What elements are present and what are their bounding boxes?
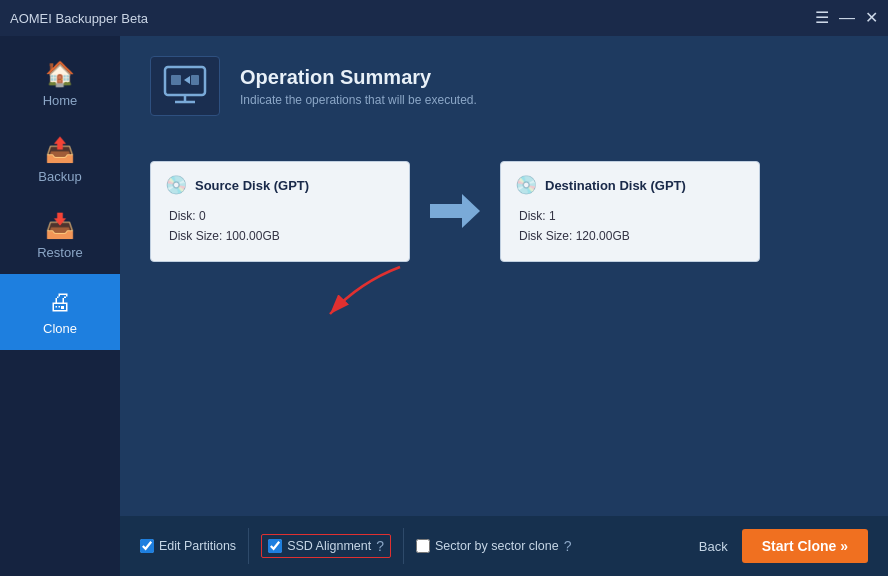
header-icon-box [150,56,220,116]
monitor-clone-icon [161,65,209,107]
app-title: AOMEI Backupper Beta [10,11,148,26]
red-arrow-annotation [300,262,500,322]
menu-icon[interactable]: ☰ [815,10,829,26]
sector-clone-label: Sector by sector clone [435,539,559,553]
sidebar-item-restore-label: Restore [37,245,83,260]
divider-2 [403,528,404,564]
bottom-right: Back Start Clone » [699,529,868,563]
sidebar-item-clone-label: Clone [43,321,77,336]
restore-icon: 📥 [45,212,75,240]
edit-partitions-label: Edit Partitions [159,539,236,553]
ssd-alignment-checkbox[interactable] [268,539,282,553]
svg-rect-3 [171,75,181,85]
svg-marker-4 [184,76,190,84]
destination-disk-icon: 💿 [515,174,537,196]
edit-partitions-option[interactable]: Edit Partitions [140,539,236,553]
title-bar: AOMEI Backupper Beta ☰ — ✕ [0,0,888,36]
main-content: Operation Summary Indicate the operation… [120,36,888,576]
sector-clone-option[interactable]: Sector by sector clone ? [416,538,571,554]
destination-disk-info: Disk: 1 Disk Size: 120.00GB [515,206,741,247]
source-disk-icon: 💿 [165,174,187,196]
page-subtitle: Indicate the operations that will be exe… [240,93,477,107]
sidebar-item-backup-label: Backup [38,169,81,184]
page-title: Operation Summary [240,66,477,89]
sidebar-item-home[interactable]: 🏠 Home [0,46,120,122]
ssd-alignment-label: SSD Alignment [287,539,371,553]
source-disk-card: 💿 Source Disk (GPT) Disk: 0 Disk Size: 1… [150,161,410,262]
back-button[interactable]: Back [699,539,728,554]
destination-disk-number: Disk: 1 [519,206,741,226]
sidebar-item-restore[interactable]: 📥 Restore [0,198,120,274]
divider-1 [248,528,249,564]
disk-row: 💿 Source Disk (GPT) Disk: 0 Disk Size: 1… [150,161,858,262]
direction-arrow-icon [430,194,480,229]
destination-disk-card: 💿 Destination Disk (GPT) Disk: 1 Disk Si… [500,161,760,262]
destination-disk-header: 💿 Destination Disk (GPT) [515,174,741,196]
ssd-alignment-help-icon[interactable]: ? [376,538,384,554]
sector-clone-help-icon[interactable]: ? [564,538,572,554]
source-disk-size: Disk Size: 100.00GB [169,226,391,246]
ssd-alignment-option[interactable]: SSD Alignment ? [261,534,391,558]
annotation-area [150,262,858,322]
window-controls: ☰ — ✕ [815,10,878,26]
edit-partitions-checkbox[interactable] [140,539,154,553]
sidebar-item-clone[interactable]: 🖨 Clone [0,274,120,350]
svg-rect-5 [191,75,199,85]
source-disk-info: Disk: 0 Disk Size: 100.00GB [165,206,391,247]
backup-icon: 📤 [45,136,75,164]
sector-clone-checkbox[interactable] [416,539,430,553]
sidebar-item-home-label: Home [43,93,78,108]
header-text: Operation Summary Indicate the operation… [240,66,477,107]
destination-disk-size: Disk Size: 120.00GB [519,226,741,246]
sidebar: 🏠 Home 📤 Backup 📥 Restore 🖨 Clone [0,36,120,576]
minimize-icon[interactable]: — [839,10,855,26]
source-disk-number: Disk: 0 [169,206,391,226]
arrow-box [430,194,480,229]
bottom-bar: Edit Partitions SSD Alignment ? Sector b… [120,516,888,576]
clone-icon: 🖨 [48,288,72,316]
disk-section: 💿 Source Disk (GPT) Disk: 0 Disk Size: 1… [120,131,888,516]
source-disk-title: Source Disk (GPT) [195,178,309,193]
destination-disk-title: Destination Disk (GPT) [545,178,686,193]
source-disk-header: 💿 Source Disk (GPT) [165,174,391,196]
start-clone-button[interactable]: Start Clone » [742,529,868,563]
close-icon[interactable]: ✕ [865,10,878,26]
app-body: 🏠 Home 📤 Backup 📥 Restore 🖨 Clone [0,36,888,576]
home-icon: 🏠 [45,60,75,88]
sidebar-item-backup[interactable]: 📤 Backup [0,122,120,198]
content-header: Operation Summary Indicate the operation… [120,36,888,131]
